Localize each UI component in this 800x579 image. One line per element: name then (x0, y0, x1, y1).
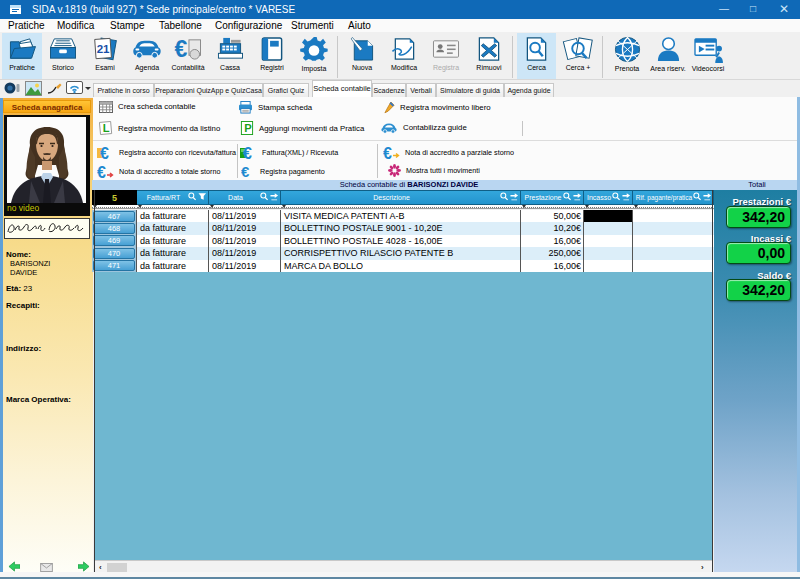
svg-text:21: 21 (97, 43, 110, 55)
svg-text:L: L (103, 122, 110, 134)
svg-text:€: € (243, 145, 252, 159)
svg-text:€: € (97, 164, 106, 178)
svg-text:€: € (383, 145, 392, 159)
svg-text:€: € (241, 164, 250, 178)
svg-text:€: € (175, 36, 188, 62)
svg-text:P: P (244, 122, 252, 134)
svg-text:€: € (100, 145, 109, 159)
